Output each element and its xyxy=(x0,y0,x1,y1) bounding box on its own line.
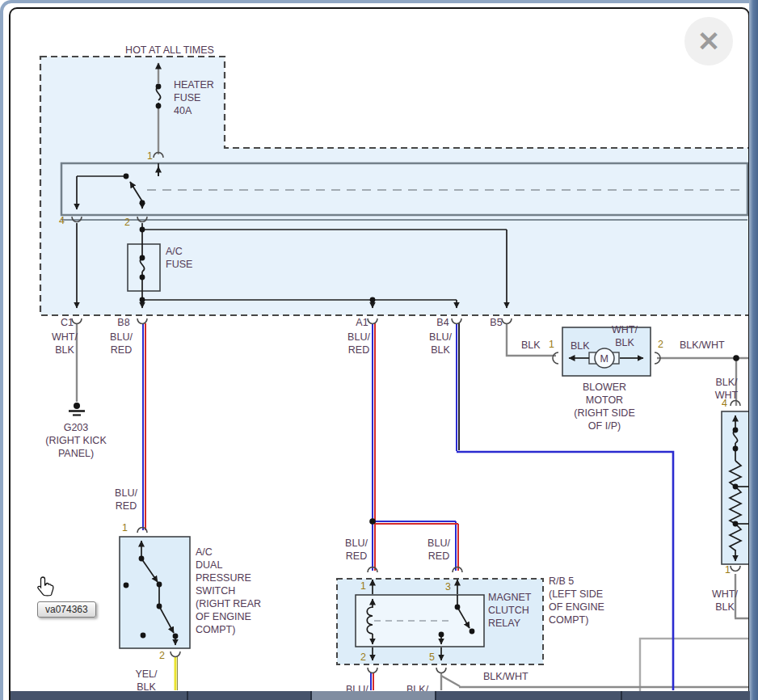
pressure-switch-box xyxy=(120,537,190,648)
pin-blower-1: 1 xyxy=(549,338,554,351)
connector-a1: A1 xyxy=(356,316,368,329)
wire-blower-internal: WHT/ BLK xyxy=(612,323,638,349)
junction-block xyxy=(61,163,747,220)
bottom-bar-divider xyxy=(621,691,622,700)
motor-symbol-label: M xyxy=(600,352,609,365)
pin-relay-1: 1 xyxy=(360,580,366,592)
rb5-label: R/B 5 (LEFT SIDE OF ENGINE COMPT) xyxy=(549,575,604,626)
wire-relay-out-right: BLK/WHT xyxy=(483,670,528,683)
bottom-bar-segment[interactable] xyxy=(312,691,435,700)
wire-a1-color: BLU/ RED xyxy=(347,331,370,356)
connector-b8: B8 xyxy=(117,316,129,329)
power-source-label: HOT AT ALL TIMES xyxy=(125,44,214,57)
pin-ps-2: 2 xyxy=(159,649,165,662)
bottom-bar[interactable] xyxy=(11,691,750,700)
wire-blower-in: BLK xyxy=(571,339,590,352)
ac-fuse-label: A/C FUSE xyxy=(166,245,192,271)
pin-relay-3: 3 xyxy=(445,580,451,593)
wire-b4-color: BLU/ BLK xyxy=(429,331,452,356)
ground-symbol xyxy=(69,403,85,415)
wire-c1-color: WHT/ BLK xyxy=(52,331,78,356)
wire-blower-out: BLK/WHT xyxy=(680,339,725,352)
cursor-pointer-icon xyxy=(36,576,55,601)
pin-heater-1: 1 xyxy=(147,150,153,162)
connector-c1: C1 xyxy=(61,316,74,329)
wire-relay-in-right: BLU/ RED xyxy=(427,537,450,563)
blower-motor-label: BLOWER MOTOR (RIGHT SIDE OF I/P) xyxy=(574,381,634,432)
pin-jb-2: 2 xyxy=(124,216,130,229)
tooltip-text: va074363 xyxy=(45,604,88,615)
wire-ps-out: YEL/ BLK xyxy=(135,668,157,694)
close-button[interactable]: ✕ xyxy=(684,17,733,65)
connector-b4: B4 xyxy=(436,316,448,329)
bottom-bar-divider xyxy=(187,691,188,700)
bottom-bar-divider xyxy=(435,691,436,700)
window-right-edge[interactable] xyxy=(749,0,758,700)
pin-blower-2: 2 xyxy=(658,338,663,351)
pressure-switch-label: A/C DUAL PRESSURE SWITCH (RIGHT REAR OF … xyxy=(196,546,261,636)
close-icon: ✕ xyxy=(697,25,721,57)
pin-relay-5: 5 xyxy=(429,651,435,664)
pin-resistor-1: 1 xyxy=(725,563,731,576)
pin-resistor-4: 4 xyxy=(722,397,727,410)
wire-resistor-out: WHT/ BLK xyxy=(712,588,738,614)
wire-b8-color-2: BLU/ RED xyxy=(115,487,137,512)
ground-label: G203 (RIGHT KICK PANEL) xyxy=(45,421,106,460)
wire-relay-in-left: BLU/ RED xyxy=(345,537,368,563)
relay-label: MAGNET CLUTCH RELAY xyxy=(488,591,531,630)
wire-b8-color: BLU/ RED xyxy=(110,331,133,356)
connector-b5: B5 xyxy=(490,316,502,329)
wire-b5-color: BLK xyxy=(521,339,541,352)
pin-jb-4: 4 xyxy=(59,214,65,227)
heater-fuse-label: HEATER FUSE 40A xyxy=(174,78,214,117)
pin-ps-1: 1 xyxy=(122,521,128,534)
tooltip: va074363 xyxy=(37,601,96,618)
pin-relay-2: 2 xyxy=(360,651,366,664)
